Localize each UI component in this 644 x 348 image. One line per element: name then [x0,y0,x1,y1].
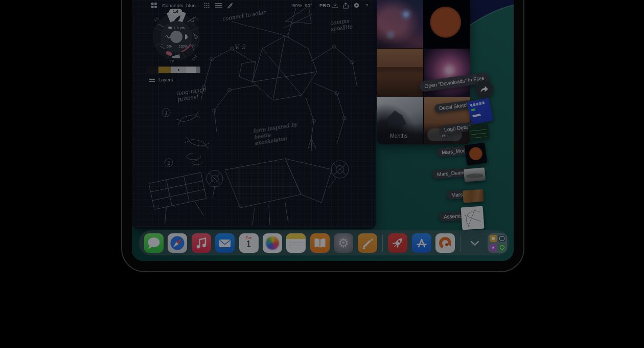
dock-icon-pages[interactable] [358,233,377,253]
dock-divider [382,234,383,252]
share-forward-button[interactable] [475,80,493,98]
dock-divider [460,234,461,252]
pen-icon [358,233,377,253]
drag-thumb-decal-sketches[interactable] [467,98,493,125]
gear-icon: ⚙ [338,237,349,249]
music-note-icon [192,233,211,253]
rocket-icon [388,233,407,253]
chevron-down-icon [470,241,479,246]
dock-collapse-chevron[interactable] [466,233,484,253]
drag-drop-layer: Open “Downloads” in Files Decal Sketches… [132,0,514,261]
open-book-icon [310,233,330,253]
dock-icon-concepts[interactable] [435,233,455,253]
share-arrow-icon [480,85,489,93]
compass-icon [168,233,187,253]
dock: Tue 1 ⚙ [139,230,509,255]
dock-icon-notes[interactable] [286,233,306,253]
chat-bubble-icon [144,233,164,253]
dock-icon-settings[interactable]: ⚙ [334,233,353,253]
drag-thumb-mars-model[interactable] [464,142,487,165]
app-store-a-icon [412,233,431,253]
calendar-day: 1 [239,240,259,250]
drag-thumb-mars[interactable] [463,189,484,203]
dock-icon-mail[interactable] [215,233,235,253]
dock-icon-app-library[interactable]: ★ [488,233,507,253]
drag-thumb-assembly[interactable] [461,206,485,230]
dock-icon-rocket[interactable] [388,233,407,253]
envelope-icon [215,233,235,253]
dock-icon-app-store[interactable] [412,233,431,253]
dock-icon-music[interactable] [192,233,211,253]
mini-star-icon: ★ [490,244,497,251]
dock-icon-books[interactable] [310,233,330,253]
ipad-screen: 1 2 connect to solar comms satellite V. … [132,0,514,261]
marketing-canvas: 1 2 connect to solar comms satellite V. … [0,0,644,348]
concepts-c-icon [435,233,455,253]
dock-icon-messages[interactable] [144,233,164,253]
mini-camera-icon [498,235,505,242]
dock-icon-calendar[interactable]: Tue 1 [239,233,259,253]
drag-thumb-mars-deimos[interactable] [464,167,486,182]
mini-podcasts-icon [498,244,505,251]
dock-icon-photos[interactable] [263,233,282,253]
drag-thumb-logo-detail[interactable] [468,124,490,141]
mini-tips-icon [490,235,497,242]
dock-icon-safari[interactable] [168,233,187,253]
